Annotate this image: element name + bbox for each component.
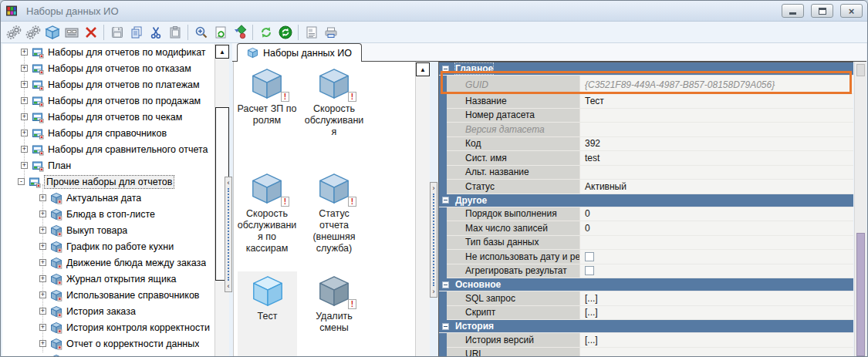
property-value[interactable]	[580, 123, 853, 137]
tree-item[interactable]: +Журнал открытия ящика	[2, 271, 228, 287]
checkbox-unchecked[interactable]	[585, 266, 594, 275]
tree-item[interactable]: +Актуальная дата	[2, 190, 228, 206]
expand-toggle[interactable]: +	[21, 113, 28, 120]
properties-scrollbar[interactable]	[854, 62, 866, 357]
expand-toggle[interactable]: +	[21, 97, 28, 104]
property-value[interactable]: Активный	[580, 180, 853, 194]
right-splitter[interactable]: › ›	[430, 182, 437, 298]
export-button[interactable]	[321, 23, 340, 42]
property-row[interactable]: Max число записей 0	[439, 221, 853, 236]
expand-toggle[interactable]: +	[21, 130, 28, 136]
expand-toggle[interactable]: +	[39, 275, 46, 282]
property-row[interactable]: Код 392	[439, 137, 853, 152]
dataset-item[interactable]: ! Удалить смены	[303, 273, 365, 334]
tree-item[interactable]: +История контроля корректности	[2, 319, 228, 335]
expand-toggle[interactable]: +	[39, 340, 46, 347]
tab-datasets[interactable]: Наборы данных ИО	[237, 43, 362, 62]
property-row[interactable]: Не использовать дату и рес	[439, 250, 853, 264]
scroll-up-button[interactable]: ▲	[416, 62, 430, 76]
property-value[interactable]	[580, 348, 853, 357]
property-value[interactable]: {C3521F89-449A-4987-B857-08158D79A056}	[580, 76, 853, 94]
section-header-history[interactable]: История	[439, 320, 853, 333]
expand-toggle[interactable]: +	[39, 324, 46, 331]
tree-item[interactable]: +Наборы для сравнительного отчета	[2, 141, 228, 157]
expand-toggle[interactable]: +	[39, 210, 46, 217]
property-row[interactable]: Тип базы данных	[439, 236, 853, 251]
property-ellipsis-button[interactable]: [...]	[580, 306, 853, 321]
tree-item[interactable]: +Использование справочников	[2, 287, 228, 303]
expand-toggle[interactable]: +	[39, 194, 46, 201]
tree-item[interactable]: +Отчет о корректности данных (	[2, 352, 228, 356]
collapse-minus-icon[interactable]	[442, 66, 449, 72]
tree-item[interactable]: +Наборы для отчетов по отказам	[2, 60, 228, 76]
refresh-button[interactable]	[256, 23, 275, 42]
collapse-minus-icon[interactable]	[442, 323, 449, 330]
dataset-item-selected[interactable]: Тест	[238, 271, 297, 357]
expand-toggle[interactable]: +	[21, 81, 28, 88]
property-row[interactable]: SQL запрос [...]	[439, 291, 853, 306]
close-button[interactable]: ×	[840, 4, 863, 18]
icons-scrollbar[interactable]: ▲	[415, 62, 430, 357]
expand-toggle[interactable]: +	[21, 65, 28, 72]
refresh-page-button[interactable]	[211, 23, 230, 42]
tree-item[interactable]: +План	[2, 157, 228, 173]
tree-item[interactable]: +Блюда в стоп-листе	[2, 206, 228, 222]
scroll-up-button[interactable]: ▲	[215, 45, 229, 59]
restore-button[interactable]	[811, 4, 833, 18]
property-ellipsis-button[interactable]: [...]	[580, 291, 853, 306]
expand-toggle[interactable]: +	[39, 308, 46, 315]
collapse-minus-icon[interactable]	[442, 197, 449, 204]
dataset-item[interactable]: ! Скорость обслуживания по кассирам	[236, 170, 298, 254]
left-splitter[interactable]: ‹ ‹	[225, 177, 232, 292]
tree-item[interactable]: +Наборы для отчетов по модификат	[2, 44, 228, 60]
tree-item[interactable]: +История заказа	[2, 303, 228, 319]
scroll-top-button[interactable]	[856, 64, 865, 76]
tree-item-selected[interactable]: -Прочие наборы для отчетов	[2, 173, 228, 190]
tree-item[interactable]: +Наборы для отчетов по чекам	[2, 109, 228, 125]
section-header-main[interactable]: Главное	[439, 62, 853, 76]
collapse-toggle[interactable]: -	[18, 178, 25, 185]
property-row[interactable]: Статус Активный	[439, 180, 853, 194]
zoom-button[interactable]	[191, 23, 211, 42]
property-row-guid[interactable]: GUID {C3521F89-449A-4987-B857-08158D79A0…	[439, 76, 853, 94]
tree-item[interactable]: +Наборы для отчетов по платежам	[2, 76, 228, 93]
delete-button[interactable]	[81, 23, 100, 42]
expand-toggle[interactable]: +	[21, 49, 28, 56]
report-button[interactable]	[302, 23, 321, 42]
property-value[interactable]: Тест	[580, 94, 853, 109]
tree-item[interactable]: +График по работе кухни	[2, 238, 228, 254]
copy-button[interactable]	[127, 23, 146, 42]
minimize-button[interactable]	[782, 4, 804, 18]
property-value[interactable]	[580, 109, 853, 123]
tree-item[interactable]: +Наборы для отчетов по продажам	[2, 93, 228, 109]
property-row[interactable]: Версия датасета	[439, 123, 853, 137]
property-value[interactable]: 0	[580, 221, 853, 236]
property-ellipsis-button[interactable]: [...]	[580, 333, 853, 348]
property-value[interactable]: test	[580, 151, 853, 166]
property-row[interactable]: История версий [...]	[439, 333, 853, 348]
expand-toggle[interactable]: +	[39, 243, 46, 250]
checkbox-unchecked[interactable]	[585, 252, 594, 261]
property-row[interactable]: Агрегировать результат	[439, 264, 853, 279]
dataset-item[interactable]: ! Статус отчета (внешняя служба)	[303, 170, 365, 254]
tree-item[interactable]: +Отчет о корректности данных	[2, 335, 228, 352]
property-value[interactable]: 0	[580, 207, 853, 222]
expand-toggle[interactable]: +	[21, 146, 28, 153]
property-row[interactable]: Название Тест	[439, 94, 853, 109]
expand-toggle[interactable]: +	[39, 227, 46, 234]
process-gears-alt-button[interactable]	[23, 23, 42, 42]
property-row[interactable]: Скрипт [...]	[439, 306, 853, 321]
save-button[interactable]	[107, 23, 127, 42]
cube-button[interactable]	[42, 23, 62, 42]
cut-button[interactable]	[146, 23, 165, 42]
section-header-basic[interactable]: Основное	[439, 278, 853, 291]
clear-button[interactable]	[230, 23, 249, 42]
scroll-thumb[interactable]	[856, 233, 865, 356]
property-row[interactable]: Номер датасета	[439, 109, 853, 123]
property-value[interactable]	[580, 166, 853, 180]
expand-toggle[interactable]: +	[39, 291, 46, 298]
property-row[interactable]: Альт. название	[439, 166, 853, 180]
property-row[interactable]: Сист. имя test	[439, 151, 853, 166]
paste-button[interactable]	[165, 23, 184, 42]
tree-item[interactable]: +Выкуп товара	[2, 222, 228, 238]
